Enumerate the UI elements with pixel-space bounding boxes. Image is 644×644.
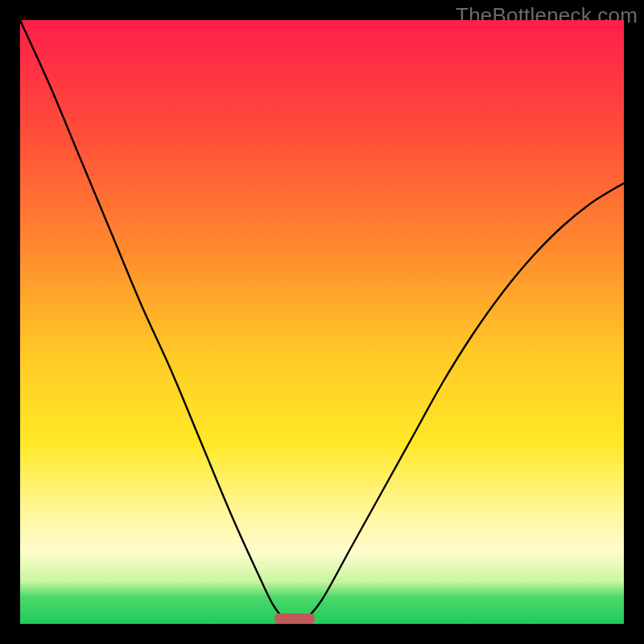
- plot-area: [20, 20, 624, 624]
- chart-frame: TheBottleneck.com: [0, 0, 644, 644]
- curve-layer: [20, 20, 624, 624]
- optimal-marker: [275, 613, 315, 624]
- bottleneck-curve: [20, 20, 624, 624]
